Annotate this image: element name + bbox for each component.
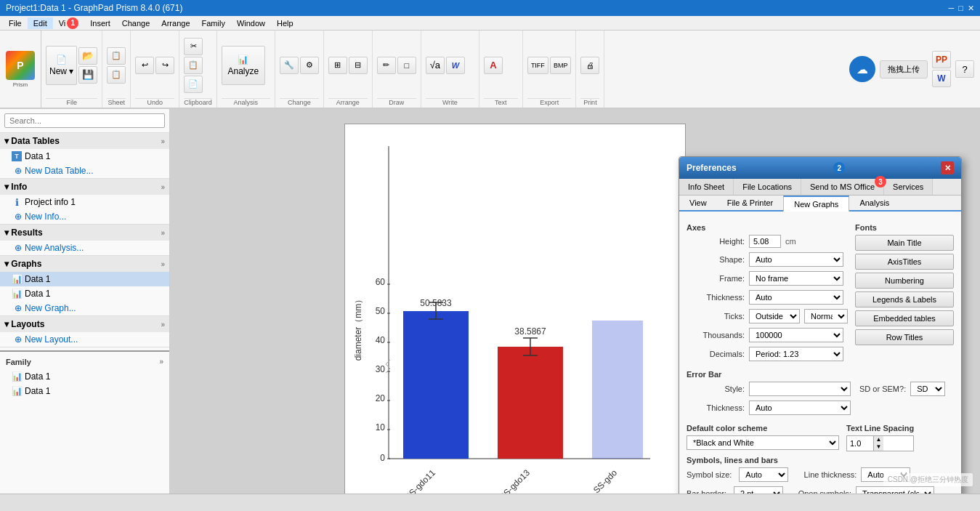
new-layout-btn[interactable]: ⊕ New Layout...: [0, 332, 169, 347]
ribbon-sheet-section: 📋 📋 Sheet: [102, 31, 131, 108]
bar-border-select[interactable]: 2 pt: [734, 486, 783, 494]
text-spacing-input[interactable]: [847, 438, 873, 449]
height-input[interactable]: [749, 235, 781, 248]
embedded-tables-btn[interactable]: Embedded tables: [855, 310, 954, 326]
close-btn[interactable]: ✕: [968, 4, 974, 13]
family-item1-label: Data 1: [25, 371, 50, 382]
change-btn2[interactable]: ⚙: [300, 57, 319, 74]
spinner-down-btn[interactable]: ▼: [873, 443, 883, 451]
cut-btn[interactable]: ✂: [184, 38, 203, 55]
draw-btn1[interactable]: ✏: [377, 57, 396, 74]
text-btn-a[interactable]: A: [484, 57, 503, 74]
tab-info-sheet[interactable]: Info Sheet: [679, 179, 734, 195]
tab-file-locations[interactable]: File Locations: [734, 179, 801, 195]
draw-btn2[interactable]: □: [397, 57, 416, 74]
numbering-btn[interactable]: Numbering: [855, 273, 954, 289]
tab-file-printer[interactable]: File & Printer: [717, 196, 784, 210]
sidebar-item-project-info[interactable]: ℹ Project info 1: [0, 195, 169, 209]
menu-view[interactable]: Vi1: [53, 16, 85, 31]
menu-insert[interactable]: Insert: [84, 17, 116, 29]
menu-change[interactable]: Change: [116, 17, 156, 29]
new-data-table-btn[interactable]: ⊕ New Data Table...: [0, 164, 169, 178]
export-btn-tiff[interactable]: TIFF: [527, 57, 548, 74]
menu-arrange[interactable]: Arrange: [155, 17, 195, 29]
help-icon-btn[interactable]: ?: [955, 60, 974, 78]
redo-btn[interactable]: ↪: [155, 57, 174, 74]
data-tables-header[interactable]: ▾ Data Tables »: [0, 133, 169, 149]
open-symbols-select[interactable]: Transparent (clear): [856, 486, 934, 494]
tab-send-to-ms[interactable]: Send to MS Office 3: [801, 179, 884, 195]
symbol-size-select[interactable]: Auto: [739, 467, 788, 482]
analyze-button[interactable]: 📊 Analyze: [222, 46, 265, 85]
change-btn1[interactable]: 🔧: [280, 57, 299, 74]
family-item2-label: Data 1: [25, 386, 50, 396]
pp-btn[interactable]: PP: [932, 51, 951, 68]
w-btn[interactable]: W: [932, 70, 951, 87]
copy-btn[interactable]: 📋: [184, 57, 203, 74]
sd-select[interactable]: SD: [910, 382, 945, 396]
menu-window[interactable]: Window: [231, 17, 271, 29]
error-thickness-select[interactable]: Auto: [749, 401, 851, 415]
color-scheme-select[interactable]: *Black and White: [687, 435, 839, 450]
shape-select[interactable]: Auto: [749, 252, 843, 267]
save-button[interactable]: 💾: [78, 66, 97, 84]
cloud-icon[interactable]: ☁: [849, 56, 875, 82]
export-btn-bmp[interactable]: BMP: [550, 57, 572, 74]
spinner-up-btn[interactable]: ▲: [873, 436, 883, 443]
error-style-select[interactable]: [749, 382, 851, 396]
ticks-select2[interactable]: Normal: [804, 309, 848, 323]
new-icon: 📄: [56, 55, 67, 65]
error-thickness-label: Thickness:: [687, 403, 745, 412]
results-header[interactable]: ▾ Results »: [0, 225, 169, 241]
arrange-btn1[interactable]: ⊞: [328, 57, 347, 74]
tab-services[interactable]: Services: [884, 179, 933, 195]
thickness-select[interactable]: Auto: [749, 290, 843, 305]
frame-select[interactable]: No frame: [749, 271, 843, 286]
tab-analysis[interactable]: Analysis: [849, 196, 899, 210]
main-title-btn[interactable]: Main Title: [855, 235, 954, 251]
new-analysis-btn[interactable]: ⊕ New Analysis...: [0, 241, 169, 255]
graphs-header[interactable]: ▾ Graphs »: [0, 256, 169, 272]
sidebar-item-family2[interactable]: 📊 Data 1: [0, 384, 169, 398]
thousands-select[interactable]: 100000: [749, 328, 843, 342]
sidebar-item-family1[interactable]: 📊 Data 1: [0, 369, 169, 384]
ribbon-undo-section: ↩ ↪ Undo: [131, 31, 179, 108]
sheet-btn1[interactable]: 📋: [107, 47, 126, 65]
paste-btn[interactable]: 📄: [184, 76, 203, 93]
height-unit: cm: [785, 237, 796, 246]
info-header[interactable]: ▾ Info »: [0, 179, 169, 195]
sidebar-item-data1-table[interactable]: T Data 1: [0, 149, 169, 164]
axis-titles-btn[interactable]: AxisTitles: [855, 254, 954, 270]
legends-labels-btn[interactable]: Legends & Labels: [855, 291, 954, 307]
sheet-btn2[interactable]: 📋: [107, 66, 126, 84]
new-info-btn[interactable]: ⊕ New Info...: [0, 209, 169, 224]
search-input[interactable]: [4, 113, 165, 128]
write-btn-w[interactable]: W: [446, 57, 465, 74]
menu-file[interactable]: File: [3, 17, 28, 29]
menu-help[interactable]: Help: [271, 17, 299, 29]
row-titles-btn[interactable]: Row Titles: [855, 329, 954, 345]
print-btn[interactable]: 🖨: [580, 57, 599, 74]
menu-family[interactable]: Family: [196, 17, 231, 29]
tab-view[interactable]: View: [679, 196, 717, 210]
maximize-btn[interactable]: □: [958, 4, 963, 13]
draw-label: Draw: [377, 98, 416, 108]
menu-edit[interactable]: Edit: [28, 17, 53, 29]
undo-btn[interactable]: ↩: [135, 57, 154, 74]
layouts-header[interactable]: ▾ Layouts »: [0, 316, 169, 332]
shape-label: Shape:: [687, 255, 745, 264]
decimals-select[interactable]: Period: 1.23: [749, 347, 843, 361]
sidebar-item-graph2[interactable]: 📊 Data 1: [0, 286, 169, 301]
ticks-select1[interactable]: Outside: [749, 309, 800, 323]
arrange-btn2[interactable]: ⊟: [349, 57, 368, 74]
dialog-close-btn[interactable]: ✕: [941, 161, 954, 174]
open-button[interactable]: 📂: [78, 47, 97, 65]
new-button[interactable]: 📄 New ▾: [46, 46, 77, 85]
window-controls[interactable]: ─ □ ✕: [949, 4, 974, 13]
sidebar-item-graph1[interactable]: 📊 Data 1: [0, 272, 169, 286]
upload-btn[interactable]: 拖拽上传: [880, 60, 928, 79]
write-btn-sqrt[interactable]: √a: [426, 57, 445, 74]
new-graph-btn[interactable]: ⊕ New Graph...: [0, 301, 169, 315]
minimize-btn[interactable]: ─: [949, 4, 955, 13]
tab-new-graphs[interactable]: New Graphs: [783, 196, 849, 212]
